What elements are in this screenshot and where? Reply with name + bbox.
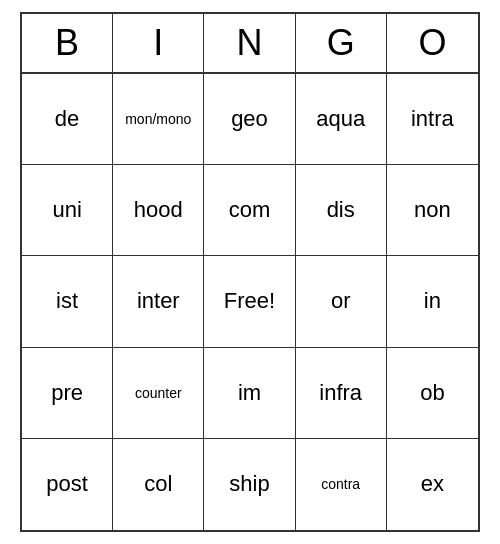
bingo-cell: ex <box>387 439 478 530</box>
bingo-cell: in <box>387 256 478 346</box>
bingo-cell: ob <box>387 348 478 438</box>
bingo-header: BINGO <box>22 14 478 74</box>
bingo-cell: infra <box>296 348 387 438</box>
bingo-cell: com <box>204 165 295 255</box>
bingo-cell: pre <box>22 348 113 438</box>
bingo-cell: im <box>204 348 295 438</box>
bingo-cell: dis <box>296 165 387 255</box>
bingo-cell: contra <box>296 439 387 530</box>
bingo-cell: de <box>22 74 113 164</box>
bingo-cell: inter <box>113 256 204 346</box>
header-letter: N <box>204 14 295 72</box>
header-letter: B <box>22 14 113 72</box>
bingo-row: unihoodcomdisnon <box>22 165 478 256</box>
bingo-body: demon/monogeoaquaintraunihoodcomdisnonis… <box>22 74 478 530</box>
bingo-cell: post <box>22 439 113 530</box>
bingo-cell: intra <box>387 74 478 164</box>
bingo-cell: geo <box>204 74 295 164</box>
bingo-cell: ship <box>204 439 295 530</box>
bingo-cell: mon/mono <box>113 74 204 164</box>
bingo-cell: col <box>113 439 204 530</box>
bingo-cell: uni <box>22 165 113 255</box>
bingo-card: BINGO demon/monogeoaquaintraunihoodcomdi… <box>20 12 480 532</box>
bingo-cell: ist <box>22 256 113 346</box>
bingo-row: precounteriminfraob <box>22 348 478 439</box>
bingo-row: istinterFree!orin <box>22 256 478 347</box>
free-space-cell: Free! <box>204 256 295 346</box>
bingo-cell: or <box>296 256 387 346</box>
header-letter: G <box>296 14 387 72</box>
bingo-row: postcolshipcontraex <box>22 439 478 530</box>
bingo-cell: non <box>387 165 478 255</box>
bingo-row: demon/monogeoaquaintra <box>22 74 478 165</box>
header-letter: O <box>387 14 478 72</box>
bingo-cell: counter <box>113 348 204 438</box>
header-letter: I <box>113 14 204 72</box>
bingo-cell: hood <box>113 165 204 255</box>
bingo-cell: aqua <box>296 74 387 164</box>
